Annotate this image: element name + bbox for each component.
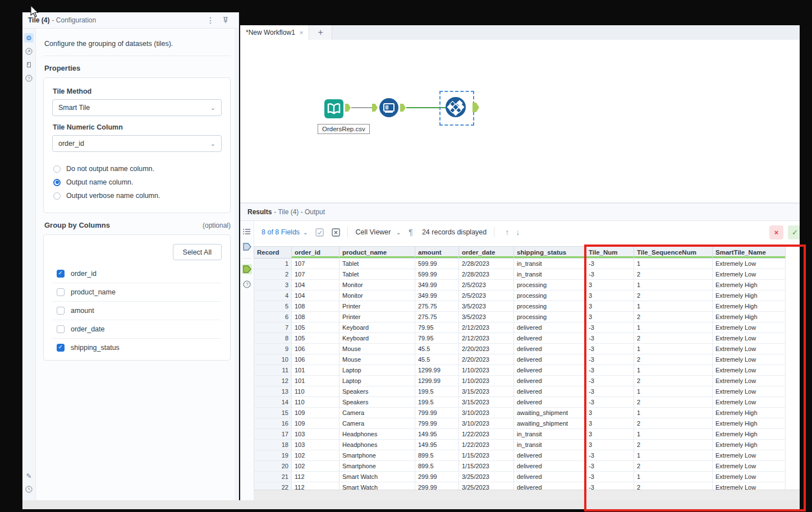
table-cell[interactable]: Camera xyxy=(340,418,415,429)
metadata-list-icon[interactable] xyxy=(242,227,252,237)
table-cell[interactable]: delivered xyxy=(514,365,586,376)
workflow-canvas[interactable]: OrdersRep.csv xyxy=(240,40,800,202)
table-cell[interactable]: 199.5 xyxy=(415,397,459,408)
table-cell[interactable]: Extremely High xyxy=(713,408,786,418)
cell-viewer-dropdown[interactable]: Cell Viewer ⌄ xyxy=(355,228,401,236)
table-cell[interactable]: 19 xyxy=(254,450,292,461)
checkbox-row-amount[interactable]: amount xyxy=(52,302,222,320)
table-cell[interactable]: 2 xyxy=(634,418,713,429)
help-icon[interactable]: ? xyxy=(24,73,34,83)
table-cell[interactable]: Extremely Low xyxy=(713,354,786,365)
table-cell[interactable]: 3 xyxy=(586,440,634,450)
table-cell[interactable]: Printer xyxy=(340,312,415,322)
table-cell[interactable]: 1 xyxy=(634,344,713,354)
bottom-scroll-strip[interactable] xyxy=(22,500,800,509)
table-cell[interactable]: 108 xyxy=(292,312,340,322)
table-cell[interactable]: 22 xyxy=(254,482,292,490)
table-cell[interactable]: 299.99 xyxy=(415,472,459,482)
table-cell[interactable]: Printer xyxy=(340,301,415,312)
table-cell[interactable]: 1299.99 xyxy=(415,365,459,376)
table-cell[interactable]: 3/5/2023 xyxy=(459,312,514,322)
table-cell[interactable]: 11 xyxy=(254,365,292,376)
table-cell[interactable]: 149.95 xyxy=(415,440,459,450)
table-cell[interactable]: 109 xyxy=(292,408,340,418)
table-cell[interactable]: 105 xyxy=(292,333,340,344)
table-cell[interactable]: 2 xyxy=(634,269,713,280)
table-cell[interactable]: Headphones xyxy=(340,429,415,440)
table-cell[interactable]: 107 xyxy=(292,269,340,280)
table-cell[interactable]: 112 xyxy=(292,472,340,482)
table-cell[interactable]: 1 xyxy=(634,472,713,482)
output-anchor[interactable] xyxy=(400,104,406,112)
table-cell[interactable]: Camera xyxy=(340,408,415,418)
table-cell[interactable]: 1 xyxy=(634,301,713,312)
table-cell[interactable]: 1 xyxy=(634,280,713,290)
table-cell[interactable]: processing xyxy=(514,280,586,290)
table-cell[interactable]: Tablet xyxy=(340,269,415,280)
table-cell[interactable]: 2/5/2023 xyxy=(459,280,514,290)
table-cell[interactable]: 349.99 xyxy=(415,280,459,290)
column-header[interactable]: shipping_status xyxy=(514,246,586,259)
table-cell[interactable]: 2/12/2023 xyxy=(459,333,514,344)
table-cell[interactable]: 899.5 xyxy=(415,450,459,461)
table-cell[interactable]: -3 xyxy=(586,482,634,490)
table-cell[interactable]: 1 xyxy=(634,365,713,376)
table-cell[interactable]: 21 xyxy=(254,472,292,482)
table-cell[interactable]: 275.75 xyxy=(415,301,459,312)
table-cell[interactable]: Extremely High xyxy=(713,290,786,301)
table-cell[interactable]: Mouse xyxy=(340,354,415,365)
table-cell[interactable]: delivered xyxy=(514,333,586,344)
table-cell[interactable]: 2 xyxy=(254,269,292,280)
table-cell[interactable]: 102 xyxy=(292,450,340,461)
table-cell[interactable]: Smartphone xyxy=(340,450,415,461)
table-cell[interactable]: -3 xyxy=(586,344,634,354)
table-cell[interactable]: Keyboard xyxy=(340,322,415,333)
table-cell[interactable]: 18 xyxy=(254,440,292,450)
table-cell[interactable]: Extremely Low xyxy=(713,397,786,408)
table-cell[interactable]: 108 xyxy=(292,301,340,312)
table-cell[interactable]: 2 xyxy=(634,376,713,386)
table-cell[interactable]: 2 xyxy=(634,354,713,365)
table-cell[interactable]: 7 xyxy=(254,322,292,333)
table-cell[interactable]: 1 xyxy=(634,429,713,440)
table-cell[interactable]: 3/10/2023 xyxy=(459,418,514,429)
table-cell[interactable]: 16 xyxy=(254,418,292,429)
table-cell[interactable]: Extremely Low xyxy=(713,461,786,472)
table-cell[interactable]: 102 xyxy=(292,461,340,472)
table-cell[interactable]: processing xyxy=(514,312,586,322)
table-cell[interactable]: 2/12/2023 xyxy=(459,322,514,333)
table-cell[interactable]: awaiting_shipment xyxy=(514,408,586,418)
whitespace-toggle-icon[interactable]: ¶ xyxy=(409,228,413,237)
table-cell[interactable]: 103 xyxy=(292,440,340,450)
table-cell[interactable]: 2/20/2023 xyxy=(459,344,514,354)
table-cell[interactable]: -3 xyxy=(586,376,634,386)
radio-do-not-output-name[interactable]: Do not output name column. xyxy=(53,165,222,173)
table-cell[interactable]: 1/22/2023 xyxy=(459,440,514,450)
tile-method-select[interactable]: Smart Tile ⌄ xyxy=(52,99,222,116)
table-cell[interactable]: -3 xyxy=(586,386,634,397)
table-cell[interactable]: Extremely Low xyxy=(713,472,786,482)
input-anchor-icon[interactable] xyxy=(242,242,252,252)
table-cell[interactable]: delivered xyxy=(514,472,586,482)
table-cell[interactable]: 1 xyxy=(254,259,292,269)
radio-output-verbose-name[interactable]: Output verbose name column. xyxy=(53,192,222,200)
table-cell[interactable]: -3 xyxy=(586,472,634,482)
table-cell[interactable]: -3 xyxy=(586,354,634,365)
table-cell[interactable]: 106 xyxy=(292,344,340,354)
table-cell[interactable]: awaiting_shipment xyxy=(514,418,586,429)
table-cell[interactable]: 2 xyxy=(634,397,713,408)
table-cell[interactable]: 101 xyxy=(292,365,340,376)
help-icon[interactable]: ? xyxy=(242,279,252,289)
column-header[interactable]: Record xyxy=(254,246,292,259)
table-cell[interactable]: 2 xyxy=(634,312,713,322)
table-cell[interactable]: 5 xyxy=(254,301,292,312)
table-cell[interactable]: 3 xyxy=(586,280,634,290)
table-cell[interactable]: Extremely High xyxy=(713,440,786,450)
horizontal-scrollbar[interactable] xyxy=(254,490,800,501)
fields-dropdown[interactable]: 8 of 8 Fields ⌄ xyxy=(262,228,308,236)
table-cell[interactable]: delivered xyxy=(514,482,586,490)
table-cell[interactable]: 2 xyxy=(634,482,713,490)
table-cell[interactable]: in_transit xyxy=(514,269,586,280)
table-cell[interactable]: 112 xyxy=(292,482,340,490)
table-cell[interactable]: Speakers xyxy=(340,397,415,408)
